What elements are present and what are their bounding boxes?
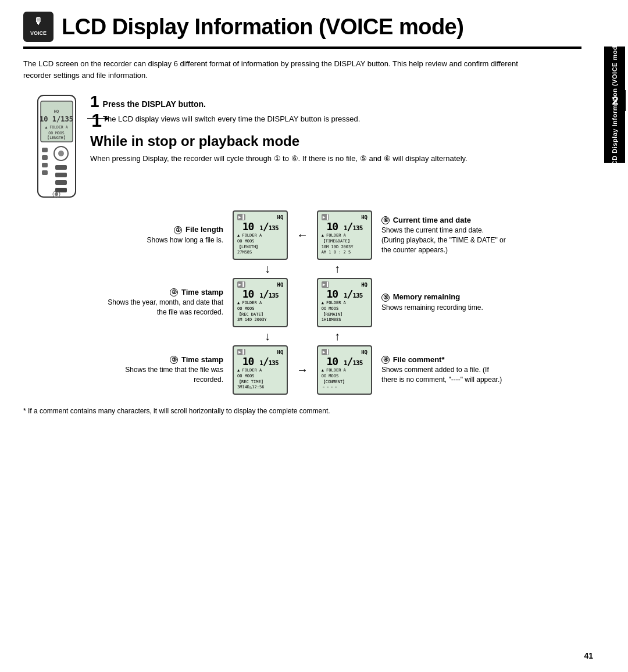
svg-rect-19 (55, 188, 67, 192)
lcd-screen-4: ▶▐ HQ 10 1/135 ▲ FOLDER A OO MOOS 【CONME… (317, 345, 372, 395)
svg-rect-17 (55, 173, 67, 177)
arrow-right-3: → (295, 363, 309, 377)
item5-desc: ⑤ Memory remaining Shows remaining recor… (372, 292, 506, 312)
svg-rect-11 (42, 155, 48, 160)
step1-num-label: 1 (90, 92, 99, 111)
svg-point-15 (58, 151, 64, 156)
voice-icon: 🎙 VOICE (23, 12, 53, 42)
svg-text:▲ FOLDER A: ▲ FOLDER A (45, 125, 67, 130)
screens-row2: ▶▐ HQ 10 1/135 ▲ FOLDER A OO MOOS 【REC D… (233, 278, 372, 327)
svg-rect-10 (42, 148, 48, 152)
arrow-left-1: ← (295, 228, 309, 242)
page-title: LCD Display Information (VOICE mode) (62, 15, 463, 40)
intro-paragraph: The LCD screen on the recorder can displ… (23, 58, 547, 81)
vert-arrows-1: ↓ ↑ (99, 261, 506, 277)
lcd-screen-6: ▶▐ HQ 10 1/135 ▲ FOLDER A 【TIME&DATE】 10… (317, 210, 372, 260)
step1-section: HQ 10 1/135 ▲ FOLDER A OO MOOS 【LENGTH】 (23, 92, 581, 205)
arrow-down-2: ↓ (236, 330, 299, 343)
screens-row3: ▶▐ HQ 10 1/135 ▲ FOLDER A OO MOOS 【REC T… (233, 345, 372, 395)
item2-desc: ② Time stamp Shows the year, month, and … (99, 288, 233, 317)
circle-4: ④ (381, 356, 390, 364)
right-sidebar: 2 LCD Display Information (VOICE mode) (601, 0, 628, 672)
while-heading: While in stop or playback mode (90, 133, 581, 149)
svg-text:HQ: HQ (54, 109, 59, 114)
diagram-row-1: ① File length Shows how long a file is. … (99, 210, 506, 260)
svg-rect-16 (55, 165, 67, 170)
svg-rect-18 (55, 180, 67, 185)
svg-rect-12 (42, 163, 48, 167)
arrow-up-2: ↑ (305, 330, 369, 343)
svg-text:OO MOOS: OO MOOS (48, 131, 64, 135)
header-underline (23, 47, 581, 49)
screens-row1: ▶▐ HQ 10 1/135 ▲ FOLDER A OO MOOS 【LENGT… (233, 210, 372, 260)
svg-rect-13 (42, 170, 48, 175)
item4-desc: ④ File comment* Shows comment added to a… (372, 355, 506, 385)
svg-text:10 1/135: 10 1/135 (40, 115, 73, 123)
item6-desc: ⑥ Current time and date Shows the curren… (372, 216, 506, 255)
device-image: HQ 10 1/135 ▲ FOLDER A OO MOOS 【LENGTH】 (23, 92, 90, 205)
step1-instruction: Press the DISPLAY button. (103, 99, 206, 109)
circle-5: ⑤ (381, 294, 390, 302)
item3-desc: ③ Time stamp Shows the time that the fil… (99, 355, 233, 385)
arrow-up-1: ↑ (305, 262, 369, 276)
while-desc: When pressing Display, the recorder will… (90, 153, 486, 165)
display-diagram: ① File length Shows how long a file is. … (99, 210, 506, 396)
lcd-screen-2: ▶▐ HQ 10 1/135 ▲ FOLDER A OO MOOS 【REC D… (233, 278, 288, 327)
diagram-row-2: ② Time stamp Shows the year, month, and … (99, 278, 506, 327)
diagram-row-3: ③ Time stamp Shows the time that the fil… (99, 345, 506, 395)
footnote: * If a comment contains many characters,… (23, 406, 581, 416)
page-number: 41 (584, 651, 593, 660)
lcd-screen-5: ▶▐ HQ 10 1/135 ▲ FOLDER A OO MOOS 【REMAI… (317, 278, 372, 327)
circle-2: ② (170, 288, 178, 296)
svg-marker-23 (105, 116, 109, 121)
sidebar-tab-text: LCD Display Information (VOICE mode) (611, 40, 618, 169)
svg-text:VOICE: VOICE (30, 30, 47, 36)
circle-1: ① (174, 226, 182, 234)
step1-description: The LCD display views will switch every … (103, 113, 581, 125)
circle-3: ③ (170, 356, 178, 364)
vert-arrows-pair-2: ↓ ↑ (233, 328, 372, 344)
svg-text:🎙: 🎙 (34, 16, 43, 26)
step1-content: 1 Press the DISPLAY button. The LCD disp… (90, 92, 581, 173)
svg-point-21 (55, 192, 58, 196)
item1-desc: ① File length Shows how long a file is. (99, 225, 233, 245)
lcd-screen-1: ▶▐ HQ 10 1/135 ▲ FOLDER A OO MOOS 【LENGT… (233, 210, 288, 260)
vert-arrows-2: ↓ ↑ (99, 328, 506, 344)
lcd-screen-3: ▶▐ HQ 10 1/135 ▲ FOLDER A OO MOOS 【REC T… (233, 345, 288, 395)
circle-6: ⑥ (381, 216, 390, 224)
page-header: 🎙 VOICE LCD Display Information (VOICE m… (23, 12, 581, 42)
svg-text:【LENGTH】: 【LENGTH】 (45, 135, 67, 140)
arrow-down-1: ↓ (236, 262, 299, 276)
vert-arrows-pair-1: ↓ ↑ (233, 261, 372, 277)
